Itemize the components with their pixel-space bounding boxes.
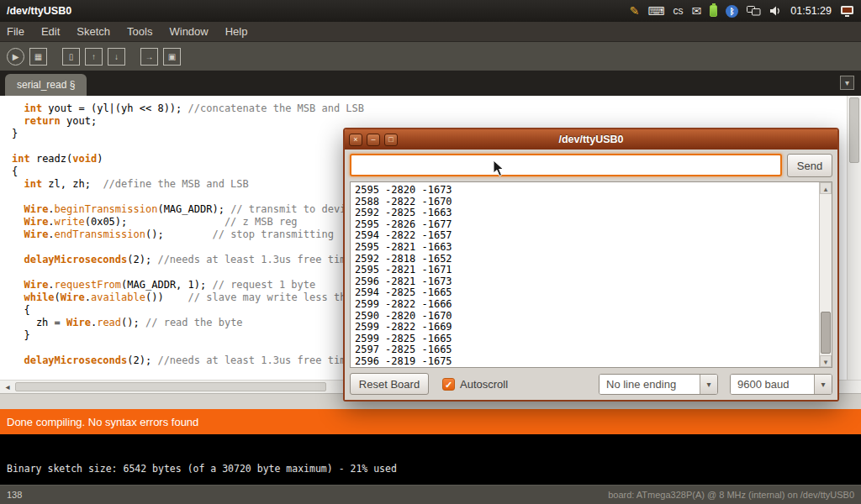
menu-sketch[interactable]: Sketch — [68, 22, 119, 42]
new-icon: ▯ — [69, 52, 74, 61]
scroll-down-arrow-icon[interactable]: ▾ — [820, 355, 832, 367]
verify-button[interactable]: ▶ — [7, 48, 24, 66]
line-ending-select[interactable]: No line ending ▾ — [599, 374, 718, 395]
serial-monitor-title: /dev/ttyUSB0 — [345, 134, 837, 145]
build-console: Binary sketch size: 6542 bytes (of a 307… — [0, 434, 861, 485]
code-line: int yout = (yl|(yh << 8)); //concatenate… — [12, 102, 861, 115]
baud-value: 9600 baud — [731, 375, 814, 394]
serial-input[interactable] — [350, 154, 782, 176]
battery-icon[interactable] — [710, 5, 717, 17]
keyboard-layout-label[interactable]: cs — [673, 5, 684, 17]
maximize-button[interactable]: □ — [384, 134, 398, 146]
bluetooth-icon[interactable]: ᛒ — [726, 5, 738, 18]
top-panel: /dev/ttyUSB0 ✎⌨cs✉ᛒ01:51:29 — [0, 0, 861, 22]
session-icon[interactable] — [840, 5, 854, 18]
menu-help[interactable]: Help — [217, 22, 256, 42]
menu-window[interactable]: Window — [161, 22, 216, 42]
board-info: board: ATmega328P(A) @ 8 MHz (internal) … — [608, 486, 854, 504]
scrollbar-thumb[interactable] — [849, 97, 859, 163]
tab-bar: serial_read § ▾ — [0, 71, 861, 96]
verify-icon: ▶ — [13, 52, 19, 61]
window-controls: ×–□ — [349, 134, 398, 146]
keyboard-indicator-icon[interactable]: ⌨ — [647, 4, 664, 18]
upload-button[interactable]: → — [140, 48, 158, 66]
status-message: Done compiling. No syntax errors found — [7, 416, 198, 428]
code-line: return yout; — [12, 115, 861, 128]
tab-serial-read[interactable]: serial_read § — [5, 74, 87, 96]
stop-button[interactable]: ▦ — [29, 48, 47, 66]
footer-status-bar: 138 board: ATmega328P(A) @ 8 MHz (intern… — [0, 485, 861, 504]
tab-menu-button[interactable]: ▾ — [840, 76, 854, 90]
panel-window-title: /dev/ttyUSB0 — [7, 5, 71, 17]
open-button[interactable]: ↑ — [85, 48, 103, 66]
chevron-down-icon: ▾ — [845, 78, 849, 87]
menu-file[interactable]: File — [7, 22, 33, 42]
serial-monitor-window: ×–□ /dev/ttyUSB0 Send 2595 -2820 -1673 2… — [343, 128, 839, 402]
scrollbar-thumb[interactable] — [15, 382, 326, 391]
console-output: Binary sketch size: 6542 bytes (of a 307… — [7, 463, 397, 475]
upload-icon: → — [145, 52, 154, 61]
autoscroll-control[interactable]: Autoscroll — [442, 378, 508, 391]
save-button[interactable]: ↓ — [108, 48, 125, 66]
serial-output-panel: 2595 -2820 -1673 2588 -2822 -1670 2592 -… — [350, 181, 832, 368]
save-icon: ↓ — [114, 52, 119, 61]
status-bar: Done compiling. No syntax errors found — [0, 409, 861, 434]
serial-scrollbar[interactable]: ▴ ▾ — [819, 182, 832, 367]
toolbar: ▶▦▯↑↓→▣ — [0, 42, 861, 71]
combo-arrow-icon[interactable]: ▾ — [814, 375, 832, 394]
autoscroll-checkbox-icon[interactable] — [442, 378, 455, 391]
line-number-indicator: 138 — [7, 486, 22, 504]
mail-icon[interactable]: ✉ — [692, 4, 702, 18]
reset-board-button[interactable]: Reset Board — [350, 373, 429, 395]
serial-monitor-button[interactable]: ▣ — [163, 48, 181, 66]
scroll-up-arrow-icon[interactable]: ▴ — [820, 182, 832, 194]
serial-monitor-body: Send 2595 -2820 -1673 2588 -2822 -1670 2… — [345, 150, 837, 400]
combo-arrow-icon[interactable]: ▾ — [700, 375, 717, 394]
new-button[interactable]: ▯ — [62, 48, 80, 66]
network-icon[interactable] — [747, 5, 761, 17]
baud-select[interactable]: 9600 baud ▾ — [730, 374, 832, 395]
menu-bar: FileEditSketchToolsWindowHelp — [0, 22, 861, 42]
send-button[interactable]: Send — [787, 154, 832, 177]
close-button[interactable]: × — [349, 134, 362, 146]
editor-vertical-scrollbar[interactable] — [847, 96, 861, 380]
clock-label[interactable]: 01:51:29 — [790, 5, 832, 17]
notes-icon[interactable]: ✎ — [630, 4, 640, 18]
serial-monitor-controls: Reset Board Autoscroll No line ending ▾ … — [350, 372, 832, 396]
autoscroll-label: Autoscroll — [460, 378, 508, 391]
system-tray: ✎⌨cs✉ᛒ01:51:29 — [630, 4, 861, 18]
serial-monitor-titlebar[interactable]: ×–□ /dev/ttyUSB0 — [345, 129, 837, 150]
open-icon: ↑ — [92, 52, 96, 61]
menu-tools[interactable]: Tools — [119, 22, 161, 42]
menu-edit[interactable]: Edit — [33, 22, 68, 42]
volume-icon[interactable] — [769, 5, 782, 17]
serial-monitor-icon: ▣ — [168, 52, 176, 61]
serial-output[interactable]: 2595 -2820 -1673 2588 -2822 -1670 2592 -… — [351, 182, 818, 367]
tab-label: serial_read § — [17, 79, 75, 91]
scrollbar-thumb[interactable] — [821, 312, 831, 354]
minimize-button[interactable]: – — [367, 134, 380, 146]
stop-icon: ▦ — [34, 52, 42, 61]
scroll-left-arrow-icon[interactable]: ◂ — [2, 381, 13, 393]
line-ending-value: No line ending — [600, 375, 700, 394]
